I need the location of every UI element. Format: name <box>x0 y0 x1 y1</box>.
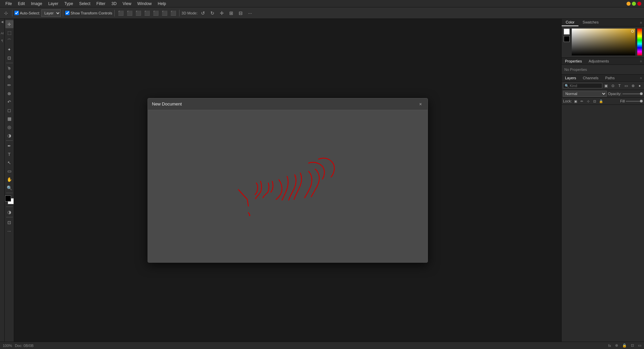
layers-search-input[interactable] <box>570 84 601 88</box>
tab-color[interactable]: Color <box>562 19 578 26</box>
tool-dodge[interactable]: ◑ <box>5 131 13 139</box>
background-color[interactable] <box>564 36 570 42</box>
hue-strip[interactable] <box>637 29 642 55</box>
distribute[interactable]: ⬛ <box>169 9 177 17</box>
color-gradient-picker[interactable] <box>572 29 635 55</box>
auto-select-type[interactable]: Layer <box>41 9 61 17</box>
canvas-area[interactable]: New Document × <box>14 19 561 342</box>
move-tool-options[interactable]: ⊹ <box>2 9 10 17</box>
3d-rotate[interactable]: ↺ <box>199 9 207 17</box>
tool-brush[interactable]: ✏ <box>5 81 13 89</box>
properties-panel-close[interactable]: ≡ <box>640 59 644 63</box>
layers-filter-pixel[interactable]: ▣ <box>603 83 609 89</box>
3d-scale[interactable]: ⊟ <box>237 9 245 17</box>
color-gradient-handle[interactable] <box>631 30 634 33</box>
color-panel-close[interactable]: ≡ <box>640 19 644 26</box>
tab-paths[interactable]: Paths <box>602 75 618 81</box>
align-bottom[interactable]: ⬛ <box>143 9 151 17</box>
blend-mode-select[interactable]: Normal <box>563 91 607 97</box>
layers-filter-adjust[interactable]: ⊙ <box>610 83 616 89</box>
menu-item-view[interactable]: View <box>120 1 134 7</box>
transform-controls-label[interactable]: Show Transform Controls <box>65 11 112 15</box>
status-icon-5[interactable]: ▭ <box>638 343 641 348</box>
menu-item-3d[interactable]: 3D <box>109 1 119 7</box>
foreground-color[interactable] <box>564 29 570 35</box>
menu-item-help[interactable]: Help <box>155 1 169 7</box>
auto-select-checkbox[interactable] <box>14 11 19 15</box>
menu-item-image[interactable]: Image <box>28 1 45 7</box>
align-left[interactable]: ⬛ <box>117 9 125 17</box>
fill-slider[interactable] <box>626 101 643 102</box>
tool-history[interactable]: ↶ <box>5 98 13 106</box>
menu-item-layer[interactable]: Layer <box>45 1 61 7</box>
tab-swatches[interactable]: Swatches <box>578 19 603 26</box>
tool-stamp[interactable]: ⊗ <box>5 89 13 97</box>
3d-pan[interactable]: ✛ <box>218 9 226 17</box>
tool-crop[interactable]: ⊡ <box>5 54 13 62</box>
auto-select-label[interactable]: Auto-Select: <box>14 11 40 15</box>
layers-search[interactable]: 🔍 <box>563 83 602 88</box>
status-icon-4[interactable]: ⊡ <box>631 343 634 348</box>
lock-pixels-btn[interactable]: ▣ <box>573 98 578 104</box>
align-top[interactable]: ⬛ <box>160 9 168 17</box>
tool-marquee[interactable]: ⬚ <box>5 29 13 37</box>
tool-zoom[interactable]: 🔍 <box>5 184 13 192</box>
tool-quick-select[interactable]: ✦ <box>5 45 13 53</box>
tool-eyedropper[interactable]: 🖰 <box>5 64 13 72</box>
modal-close-button[interactable]: × <box>417 101 424 107</box>
tool-more[interactable]: ··· <box>5 227 13 235</box>
tool-quick-mask[interactable]: ◑ <box>5 208 13 216</box>
menu-item-type[interactable]: Type <box>62 1 76 7</box>
opacity-slider[interactable] <box>622 93 643 94</box>
status-icon-1[interactable]: fx <box>608 344 611 348</box>
lock-position-btn[interactable]: ⊹ <box>586 98 591 104</box>
menu-item-window[interactable]: Window <box>135 1 155 7</box>
tab-properties[interactable]: Properties <box>562 58 585 64</box>
menu-item-filter[interactable]: Filter <box>94 1 108 7</box>
layers-filter-type[interactable]: T <box>616 83 622 89</box>
modal-body[interactable] <box>148 110 428 262</box>
sidebar-collapse-icon[interactable]: ◀ <box>1 20 3 24</box>
layers-filter-smart[interactable]: ⊛ <box>630 83 636 89</box>
tool-pen[interactable]: ✒ <box>5 142 13 150</box>
3d-slide[interactable]: ⊞ <box>227 9 235 17</box>
sidebar-ai-icon[interactable]: AI <box>1 32 4 35</box>
sidebar-type-icon[interactable]: ¶ <box>1 39 3 42</box>
lock-all-btn[interactable]: 🔒 <box>598 98 604 104</box>
status-icon-2[interactable]: ⊕ <box>615 343 618 348</box>
close-button[interactable] <box>637 2 641 6</box>
tool-blur[interactable]: ◎ <box>5 123 13 131</box>
align-right[interactable]: ⬛ <box>134 9 142 17</box>
more-options[interactable]: ··· <box>246 9 254 17</box>
align-center-h[interactable]: ⬛ <box>125 9 133 17</box>
layers-filter-toggle[interactable]: ● <box>637 83 643 89</box>
layers-panel-close[interactable]: ≡ <box>640 76 644 80</box>
menu-item-select[interactable]: Select <box>76 1 93 7</box>
align-center-v[interactable]: ⬛ <box>152 9 160 17</box>
color-swatch-area[interactable] <box>5 195 14 204</box>
status-icon-3[interactable]: 🔒 <box>622 343 627 348</box>
tool-lasso[interactable]: ⌒ <box>5 37 13 45</box>
tool-move[interactable]: ✛ <box>5 20 13 28</box>
menu-item-edit[interactable]: Edit <box>15 1 28 7</box>
tool-gradient[interactable]: ▦ <box>5 115 13 123</box>
maximize-button[interactable] <box>632 2 636 6</box>
menu-item-file[interactable]: File <box>3 1 14 7</box>
tab-adjustments[interactable]: Adjustments <box>585 58 612 64</box>
tool-healing[interactable]: ⊕ <box>5 73 13 81</box>
minimize-button[interactable] <box>627 2 631 6</box>
layers-filter-shape[interactable]: ▭ <box>623 83 629 89</box>
tool-eraser[interactable]: ◻ <box>5 106 13 114</box>
tab-layers[interactable]: Layers <box>562 75 579 81</box>
lock-artboard-btn[interactable]: ⊡ <box>592 98 597 104</box>
foreground-color-swatch[interactable] <box>5 195 11 202</box>
transform-controls-checkbox[interactable] <box>65 11 70 15</box>
3d-roll[interactable]: ↻ <box>208 9 216 17</box>
tool-hand[interactable]: ✋ <box>5 175 13 183</box>
tool-shape[interactable]: ▭ <box>5 167 13 175</box>
tool-screen-mode[interactable]: ⊡ <box>5 218 13 226</box>
tool-path-select[interactable]: ↖ <box>5 159 13 167</box>
tool-type[interactable]: T <box>5 150 13 158</box>
tab-channels[interactable]: Channels <box>579 75 602 81</box>
lock-paint-btn[interactable]: ✏ <box>579 98 585 104</box>
